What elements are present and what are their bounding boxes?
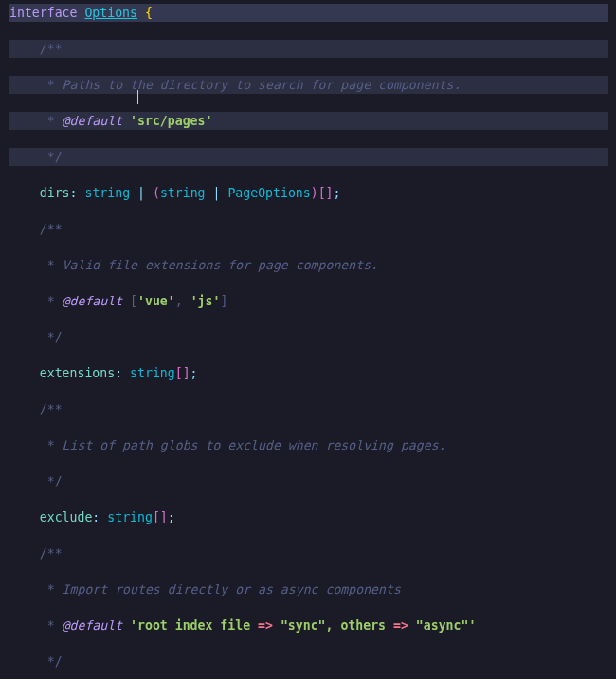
code-line: /**	[9, 544, 608, 562]
code-line: /**	[9, 400, 608, 418]
code-line: */	[9, 472, 608, 490]
code-line: * @default ['vue', 'js']	[9, 292, 608, 310]
code-line: /**	[9, 40, 608, 58]
code-line: * @default 'src/pages'	[9, 112, 608, 130]
code-line: dirs: string | (string | PageOptions)[];	[9, 184, 608, 202]
code-line: * @default 'root index file => "sync", o…	[9, 616, 608, 634]
code-line: */	[9, 652, 608, 670]
code-line: exclude: string[];	[9, 508, 608, 526]
code-editor[interactable]: interface Options { /** * Paths to the d…	[0, 0, 616, 679]
code-line: * Paths to the directory to search for p…	[9, 76, 608, 94]
code-line: * Valid file extensions for page compone…	[9, 256, 608, 274]
code-line: extensions: string[];	[9, 364, 608, 382]
code-line: interface Options {	[9, 4, 608, 22]
code-line: */	[9, 148, 608, 166]
code-line: * List of path globs to exclude when res…	[9, 436, 608, 454]
code-line: */	[9, 328, 608, 346]
code-line: * Import routes directly or as async com…	[9, 580, 608, 598]
code-line: /**	[9, 220, 608, 238]
